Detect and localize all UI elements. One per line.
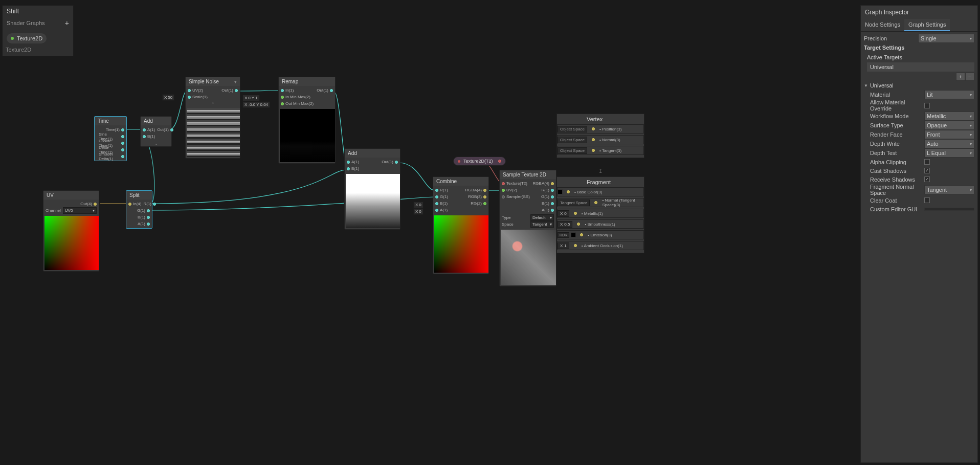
inspector-dropdown[interactable]: Front▾ [924,130,974,139]
port-in[interactable] [128,203,131,206]
vertex-input-row[interactable]: Object Space• Position(3) [557,124,644,134]
inspector-row: Receive Shadows✓ [870,175,974,184]
node-time[interactable]: Time Time(1)Sine Time(1)Cosine Time(1)De… [94,116,127,161]
remove-target-button[interactable]: − [965,73,974,81]
property-name: Texture2D [17,35,42,41]
fragment-input-row[interactable]: X0• Metallic(1) [557,209,644,218]
sample-preview [501,230,556,285]
precision-dropdown[interactable]: Single▾ [918,34,974,43]
remap-outmin-field[interactable]: X-0.0Y0.04 [242,101,270,108]
tab-graph-settings[interactable]: Graph Settings [904,19,950,31]
inspector-dropdown[interactable]: Lit▾ [924,90,974,99]
chevron-down-icon: ▾ [970,36,972,41]
noise-preview [187,108,240,157]
node-uv[interactable]: UV Out(4) Channel UV0▾ [43,190,99,272]
inspector-row: Allow Material Override [870,99,974,112]
inspector-row: Surface TypeOpaque▾ [870,121,974,130]
uv-channel-dropdown[interactable]: UV0▾ [63,207,97,214]
chevron-down-icon[interactable]: ▾ [234,79,237,84]
collapse-toggle[interactable]: ⌃ [186,101,240,107]
blackboard-category: Shader Graphs [7,20,45,26]
inspector-dropdown[interactable]: Metallic▾ [924,112,974,121]
property-chip-texture2d[interactable]: Texture2D [7,33,47,43]
node-property-texture2d[interactable]: Texture2D(T2) [453,157,506,166]
inspector-row: Workflow ModeMetallic▾ [870,112,974,121]
inspector-row: Render FaceFront▾ [870,130,974,139]
vertex-title: Vertex [557,114,644,124]
node-split[interactable]: Split In(4)R(1) G(1) B(1) A(1) [126,190,152,229]
time-output-port: Smooth Delta(1) [97,153,124,160]
triangle-down-icon: ▼ [864,83,868,88]
inspector-dropdown[interactable]: Auto▾ [924,139,974,148]
inspector-dropdown[interactable]: Opaque▾ [924,121,974,130]
blackboard-panel[interactable]: Shift Shader Graphs + Texture2D Texture2… [2,5,74,56]
inspector-row: Custom Editor GUI [870,205,974,213]
active-target-item[interactable]: Universal [867,62,974,72]
fragment-input-row[interactable]: Tangent Space• Normal (Tangent Space)(3) [557,198,644,207]
combine-preview [434,215,488,273]
graph-edges [0,0,980,465]
vertex-input-row[interactable]: Object Space• Tangent(3) [557,146,644,155]
inspector-row: Depth TestL Equal▾ [870,148,974,158]
remap-preview [280,109,335,162]
tab-node-settings[interactable]: Node Settings [861,19,904,31]
node-add-2[interactable]: Add A(1)Out(1) B(1) [344,148,400,230]
combine-b-field[interactable]: X0 [413,202,424,208]
inspector-dropdown[interactable]: L Equal▾ [924,148,974,158]
dot-icon [458,160,460,163]
blackboard-title: Shift [3,6,73,17]
noise-scale-field[interactable]: X50 [162,94,174,101]
node-combine[interactable]: Combine R(1)RGBA(4) G(1)RGB(3) B(1)RG(2)… [433,176,489,274]
add-property-button[interactable]: + [65,19,69,27]
graph-inspector-panel[interactable]: Graph Inspector Node Settings Graph Sett… [860,5,978,463]
port-out[interactable] [498,160,501,163]
inspector-checkbox[interactable] [924,159,930,165]
node-simple-noise[interactable]: Simple Noise▾ UV(2)Out(1) Scale(1) ⌃ [185,77,240,159]
inspector-row: Clear Coat [870,196,974,205]
vertex-input-row[interactable]: Object Space• Normal(3) [557,135,644,144]
node-add-1[interactable]: Add A(1)Out(1) B(1) ⌄ [140,116,172,147]
inspector-row: Depth WriteAuto▾ [870,139,974,148]
sample-type-dropdown[interactable]: Default▾ [530,214,554,221]
inspector-checkbox[interactable]: ✓ [924,168,930,173]
inspector-row: Alpha Clipping [870,158,974,166]
cursor-icon: 𝙸 [598,167,603,174]
fragment-input-row[interactable]: HDR• Emission(3) [557,230,644,239]
fragment-input-row[interactable]: X1• Ambient Occlusion(1) [557,241,644,250]
inspector-row: Cast Shadows✓ [870,166,974,175]
collapse-toggle[interactable]: ⌄ [141,141,171,146]
inspector-textfield[interactable] [924,208,974,211]
port-out[interactable] [94,203,97,206]
fragment-input-row[interactable]: • Base Color(3) [557,187,644,196]
node-remap[interactable]: Remap In(1)Out(1) In Min Max(2) Out Min … [278,77,336,164]
universal-foldout[interactable]: ▼Universal [864,81,974,90]
node-sample-texture-2d[interactable]: Sample Texture 2D Texture(T2)RGBA(4) UV(… [499,170,556,286]
dot-icon [11,37,14,40]
remap-inmin-field[interactable]: X0Y1 [242,95,260,101]
chevron-down-icon: ▾ [93,208,95,213]
sample-space-dropdown[interactable]: Tangent▾ [530,221,554,228]
inspector-checkbox[interactable] [924,197,930,203]
add-target-button[interactable]: + [956,73,965,81]
master-stack: Vertex Object Space• Position(3)Object S… [556,114,644,253]
inspector-row: Fragment Normal SpaceTangent▾ [870,184,974,196]
blackboard-category-row: Shader Graphs + [3,17,73,29]
node-title: UV [43,191,99,200]
property-type: Texture2D [6,47,31,53]
inspector-dropdown[interactable]: Tangent▾ [924,185,974,194]
inspector-checkbox[interactable]: ✓ [924,176,930,182]
inspector-title: Graph Inspector [861,6,977,19]
uv-preview [44,216,99,270]
fragment-title: Fragment [557,177,644,187]
inspector-checkbox[interactable] [924,103,930,108]
add2-preview [346,174,400,228]
fragment-input-row[interactable]: X0.5• Smoothness(1) [557,219,644,229]
combine-a-field[interactable]: X0 [413,208,424,215]
inspector-row: MaterialLit▾ [870,90,974,99]
